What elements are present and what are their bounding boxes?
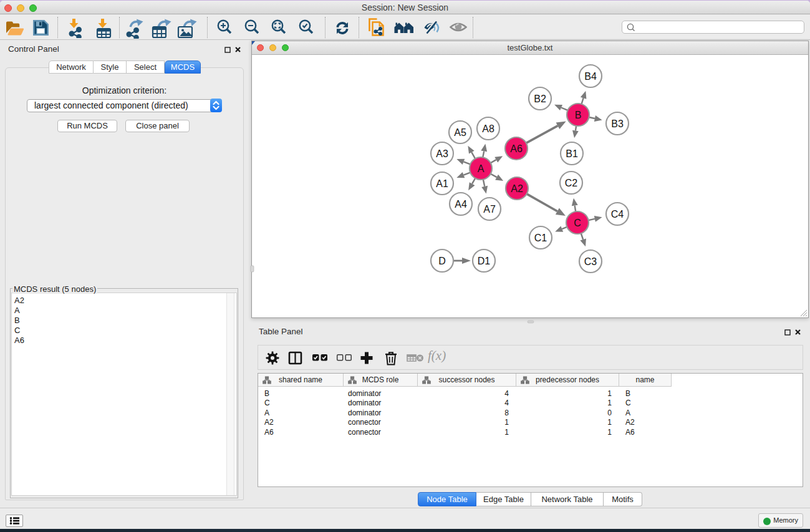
svg-text:B3: B3 [611,118,624,129]
svg-text:B4: B4 [584,71,597,82]
svg-text:A8: A8 [482,123,494,134]
svg-text:B: B [575,110,582,120]
svg-text:D1: D1 [478,256,491,266]
svg-text:C3: C3 [584,256,597,267]
svg-text:A1: A1 [436,178,448,189]
svg-text:A6: A6 [510,143,523,154]
svg-text:B1: B1 [566,148,578,159]
svg-text:A: A [478,163,485,174]
svg-text:A4: A4 [455,199,467,210]
svg-text:B2: B2 [534,94,546,104]
svg-text:A5: A5 [454,127,466,138]
svg-text:A2: A2 [511,183,523,194]
svg-text:A3: A3 [436,148,448,159]
svg-text:D: D [438,256,446,266]
svg-text:C1: C1 [534,233,547,243]
svg-text:C: C [574,218,581,228]
svg-text:A7: A7 [483,204,496,215]
svg-text:C2: C2 [565,178,578,188]
svg-text:C4: C4 [611,209,624,220]
